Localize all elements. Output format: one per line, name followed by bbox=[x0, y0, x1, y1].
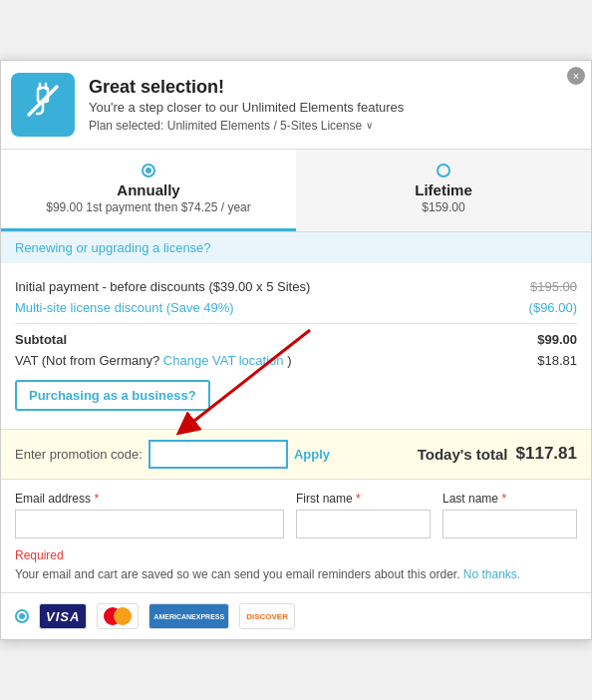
save-text: Your email and cart are saved so we can … bbox=[15, 566, 577, 583]
firstname-required: * bbox=[356, 492, 361, 506]
payment-radio[interactable] bbox=[15, 609, 29, 623]
mc-right bbox=[114, 607, 132, 625]
subtotal-row: Subtotal $99.00 bbox=[15, 332, 577, 347]
lastname-input[interactable] bbox=[443, 510, 577, 538]
initial-label: Initial payment - before discounts ($39.… bbox=[15, 279, 310, 294]
header-title: Great selection! bbox=[89, 77, 404, 98]
apply-button[interactable]: Apply bbox=[294, 447, 330, 462]
vat-label: VAT (Not from Germany? Change VAT locati… bbox=[15, 353, 292, 368]
firstname-label: First name * bbox=[296, 492, 431, 506]
divider-1 bbox=[15, 323, 577, 324]
lastname-required: * bbox=[501, 492, 506, 506]
vat-amount: $18.81 bbox=[537, 353, 577, 368]
email-group: Email address * bbox=[15, 492, 284, 538]
no-thanks-link[interactable]: No thanks. bbox=[463, 567, 520, 581]
discount-label: Multi-site license discount (Save 49%) bbox=[15, 300, 234, 315]
discover-card-icon: DISCOVER bbox=[239, 603, 295, 629]
promo-label: Enter promotion code: bbox=[15, 447, 143, 462]
close-icon: × bbox=[573, 70, 579, 82]
plugin-icon-box bbox=[11, 73, 75, 137]
email-input[interactable] bbox=[15, 510, 284, 538]
tab-lifetime[interactable]: Lifetime $159.00 bbox=[296, 150, 591, 231]
promo-total-row: Enter promotion code: Apply Today's tota… bbox=[1, 429, 591, 479]
initial-amount: $195.00 bbox=[530, 279, 577, 294]
subtotal-label: Subtotal bbox=[15, 332, 67, 347]
firstname-group: First name * bbox=[296, 492, 431, 538]
lastname-group: Last name * bbox=[443, 492, 577, 538]
total-amount: $117.81 bbox=[516, 444, 577, 464]
payment-footer: VISA AMERICANEXPRESS DISCOVER bbox=[1, 592, 591, 639]
total-label: Today's total bbox=[418, 446, 508, 463]
business-button[interactable]: Purchasing as a business? bbox=[15, 380, 210, 411]
discount-row: Multi-site license discount (Save 49%) (… bbox=[15, 300, 577, 315]
vat-link[interactable]: Change VAT location bbox=[163, 353, 284, 368]
total-section: Today's total $117.81 bbox=[418, 444, 577, 464]
email-label: Email address * bbox=[15, 492, 284, 506]
form-section: Email address * First name * Last name * bbox=[1, 479, 591, 593]
firstname-input[interactable] bbox=[296, 510, 431, 538]
tab-annually[interactable]: Annually $99.00 1st payment then $74.25 … bbox=[1, 150, 296, 231]
plug-icon bbox=[24, 82, 62, 127]
annually-label: Annually bbox=[11, 181, 286, 198]
mastercard-icon bbox=[97, 603, 139, 629]
amex-card-icon: AMERICANEXPRESS bbox=[148, 603, 229, 629]
annually-price: $99.00 1st payment then $74.25 / year bbox=[11, 200, 286, 214]
header-subtitle: You're a step closer to our Unlimited El… bbox=[89, 100, 404, 115]
visa-card-icon: VISA bbox=[39, 603, 87, 629]
vat-row: VAT (Not from Germany? Change VAT locati… bbox=[15, 353, 577, 368]
plan-line: Plan selected: Unlimited Elements / 5-Si… bbox=[89, 119, 404, 133]
header-text: Great selection! You're a step closer to… bbox=[89, 77, 404, 133]
lastname-label: Last name * bbox=[443, 492, 577, 506]
plan-label: Plan selected: Unlimited Elements / 5-Si… bbox=[89, 119, 362, 133]
pricing-section: Initial payment - before discounts ($39.… bbox=[1, 263, 591, 429]
initial-payment-row: Initial payment - before discounts ($39.… bbox=[15, 279, 577, 294]
lifetime-radio-row bbox=[306, 164, 581, 177]
billing-tabs: Annually $99.00 1st payment then $74.25 … bbox=[1, 149, 591, 232]
close-button[interactable]: × bbox=[567, 67, 585, 85]
checkout-modal: × Great selection! You're a step closer … bbox=[0, 60, 592, 641]
lifetime-price: $159.00 bbox=[306, 200, 581, 214]
renewing-link[interactable]: Renewing or upgrading a license? bbox=[1, 232, 591, 263]
email-required: * bbox=[94, 492, 99, 506]
form-row: Email address * First name * Last name * bbox=[15, 492, 577, 544]
required-text: Required bbox=[15, 548, 577, 562]
annually-radio-row bbox=[11, 164, 286, 177]
lifetime-radio[interactable] bbox=[437, 164, 450, 177]
plan-chevron-icon[interactable]: ∨ bbox=[366, 120, 373, 131]
discount-amount: ($96.00) bbox=[529, 300, 577, 315]
promo-input[interactable] bbox=[148, 440, 288, 469]
modal-header: Great selection! You're a step closer to… bbox=[1, 61, 591, 149]
subtotal-amount: $99.00 bbox=[537, 332, 577, 347]
lifetime-label: Lifetime bbox=[306, 181, 581, 198]
annually-radio[interactable] bbox=[142, 164, 155, 177]
